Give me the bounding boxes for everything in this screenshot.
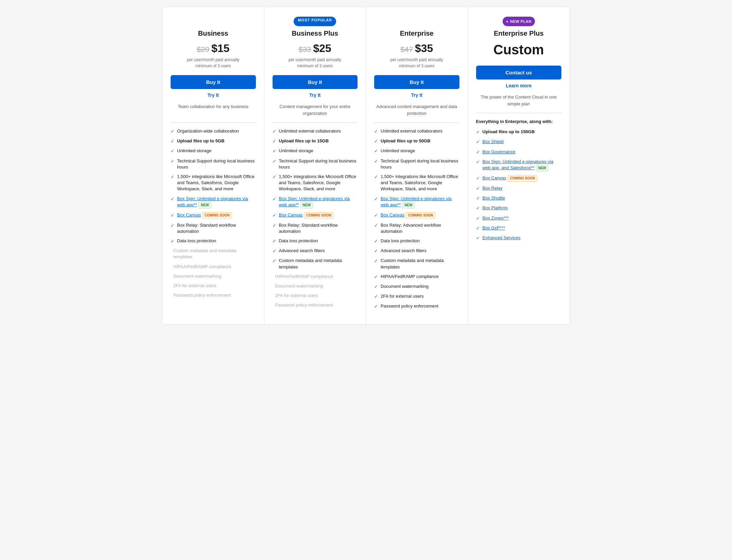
- feature-text: Document watermarking: [275, 283, 323, 289]
- feature-link[interactable]: Box Sign: Unlimited e-signatures via web…: [381, 196, 452, 208]
- feature-link[interactable]: Box Governance: [483, 149, 516, 154]
- feature-text: HIPAA/FedRAMP compliance: [275, 274, 333, 280]
- check-icon: ✓: [476, 129, 480, 135]
- buy-it-button[interactable]: Buy It: [273, 75, 358, 89]
- feature-link[interactable]: Box Canvas: [381, 212, 404, 217]
- plan-col-enterprise: Enterprise$47$35per user/month paid annu…: [366, 7, 468, 324]
- feature-text: Box Sign: Unlimited e-signatures via web…: [483, 159, 562, 172]
- feature-item: ✓2FA for external users: [374, 293, 459, 300]
- feature-text: Custom metadata and metadata templates: [279, 258, 358, 270]
- price-sub: per user/month paid annuallyminimum of 3…: [374, 57, 459, 69]
- feature-text-bold: Upload files up to 15GB: [279, 138, 329, 143]
- feature-link[interactable]: Box Platform: [483, 205, 508, 210]
- new-tag: NEW: [198, 202, 211, 209]
- divider: [273, 122, 358, 123]
- check-icon: ✓: [374, 212, 378, 218]
- check-icon: ✓: [374, 174, 378, 180]
- coming-soon-tag: COMING SOON: [202, 212, 232, 219]
- plan-badge-enterprise-plus: NEW PLAN: [476, 17, 562, 26]
- check-icon: ✓: [476, 139, 480, 145]
- check-icon: ✓: [171, 238, 174, 244]
- feature-text: Box CanvasCOMING SOON: [381, 212, 435, 219]
- new-tag: NEW: [300, 202, 313, 209]
- contact-us-button[interactable]: Contact us: [476, 66, 562, 80]
- feature-text: Unlimited external collaborators: [279, 128, 341, 134]
- coming-soon-tag: COMING SOON: [304, 212, 334, 219]
- check-icon: ✓: [374, 284, 378, 290]
- check-icon: ✓: [374, 274, 378, 280]
- feature-link[interactable]: Box Sign: Unlimited e-signatures via web…: [279, 196, 350, 208]
- check-icon: ✓: [476, 195, 480, 202]
- check-icon: ✓: [476, 149, 480, 155]
- feature-list: ✓Upload files up to 150GB✓Box Shield✓Box…: [476, 129, 562, 241]
- feature-link[interactable]: Box Canvas: [483, 175, 506, 180]
- check-icon: ✓: [273, 128, 276, 135]
- check-icon: ✓: [476, 205, 480, 211]
- feature-link[interactable]: Box Canvas: [279, 212, 303, 217]
- feature-list: ✓Unlimited external collaborators✓Upload…: [273, 128, 358, 309]
- feature-link[interactable]: Box Relay: [483, 186, 503, 191]
- try-it-link[interactable]: Try It: [374, 92, 459, 98]
- feature-item: ✓Enhanced Services: [476, 235, 562, 241]
- feature-text: Password policy enforcement: [275, 302, 333, 308]
- plan-name: Business Plus: [273, 30, 358, 37]
- feature-item: ✓Document watermarking: [374, 283, 459, 290]
- feature-text: Data loss protection: [279, 238, 318, 244]
- plan-badge-business-plus: MOST POPULAR: [273, 17, 358, 26]
- feature-item: ✓Technical Support during local business…: [374, 158, 459, 170]
- feature-item: ✓Unlimited external collaborators: [273, 128, 358, 135]
- check-icon: ✓: [374, 148, 378, 154]
- check-icon: ✓: [374, 238, 378, 244]
- feature-text: Box Relay: Standard workflow automation: [279, 222, 358, 234]
- feature-item: ✓Technical Support during local business…: [171, 158, 256, 170]
- learn-more-link[interactable]: Learn more: [476, 83, 562, 88]
- feature-text: Advanced search filters: [279, 248, 325, 254]
- feature-link[interactable]: Box Shield: [483, 139, 504, 144]
- price-row: $33$25: [273, 42, 358, 55]
- feature-text: 1,500+ integrations like Microsoft Offic…: [279, 174, 358, 192]
- feature-item: ✓Data loss protection: [374, 238, 459, 244]
- feature-text: Upload files up to 50GB: [381, 138, 431, 144]
- feature-item: ✓Box Relay: Standard workflow automation: [171, 222, 256, 234]
- feature-text: Data loss protection: [177, 238, 216, 244]
- feature-text: Box CanvasCOMING SOON: [483, 175, 537, 182]
- feature-item: ✓Data loss protection: [273, 238, 358, 244]
- check-icon: ✓: [374, 223, 378, 229]
- feature-text: Password policy enforcement: [381, 303, 438, 309]
- check-icon: ✓: [171, 196, 174, 202]
- most-popular-badge: MOST POPULAR: [294, 17, 336, 26]
- divider: [476, 113, 562, 113]
- try-it-link[interactable]: Try It: [273, 92, 358, 98]
- feature-item: ✓Organization-wide collaboration: [171, 128, 256, 135]
- check-icon: ✓: [476, 175, 480, 181]
- plan-col-enterprise-plus: NEW PLANEnterprise PlusCustomContact usL…: [468, 7, 570, 324]
- check-icon: ✓: [374, 303, 378, 310]
- buy-it-button[interactable]: Buy It: [374, 75, 459, 89]
- feature-text: Document watermarking: [381, 283, 429, 290]
- feature-link[interactable]: Box GxP***: [483, 225, 505, 230]
- feature-item: ✓Upload files up to 150GB: [476, 129, 562, 135]
- feature-link[interactable]: Enhanced Services: [483, 235, 521, 240]
- try-it-link[interactable]: Try It: [171, 92, 256, 98]
- feature-text: HIPAA/FedRAMP compliance: [173, 264, 231, 270]
- feature-item: HIPAA/FedRAMP compliance: [171, 264, 256, 270]
- feature-link[interactable]: Box Shuttle: [483, 195, 505, 200]
- feature-item: ✓Upload files up to 5GB: [171, 138, 256, 144]
- check-icon: ✓: [273, 238, 276, 244]
- price-custom: Custom: [476, 42, 562, 57]
- check-icon: ✓: [476, 159, 480, 165]
- plan-col-business: Business$20$15per user/month paid annual…: [162, 7, 264, 324]
- feature-text: Box Sign: Unlimited e-signatures via web…: [279, 196, 358, 209]
- feature-link[interactable]: Box Sign: Unlimited e-signatures via web…: [177, 196, 248, 208]
- feature-item: ✓Box CanvasCOMING SOON: [171, 212, 256, 219]
- buy-it-button[interactable]: Buy It: [171, 75, 256, 89]
- feature-item: ✓Unlimited storage: [273, 148, 358, 154]
- feature-item: ✓HIPAA/FedRAMP compliance: [374, 274, 459, 280]
- feature-link[interactable]: Box Zones***: [483, 215, 509, 221]
- feature-link[interactable]: Box Canvas: [177, 212, 201, 217]
- feature-text: Box Relay: Advanced workflow automation: [381, 222, 459, 234]
- feature-text: Document watermarking: [173, 273, 221, 279]
- feature-item: ✓Box Sign: Unlimited e-signatures via we…: [476, 159, 562, 172]
- feature-text: Box Relay: [483, 185, 503, 191]
- feature-item: ✓1,500+ integrations like Microsoft Offi…: [374, 174, 459, 192]
